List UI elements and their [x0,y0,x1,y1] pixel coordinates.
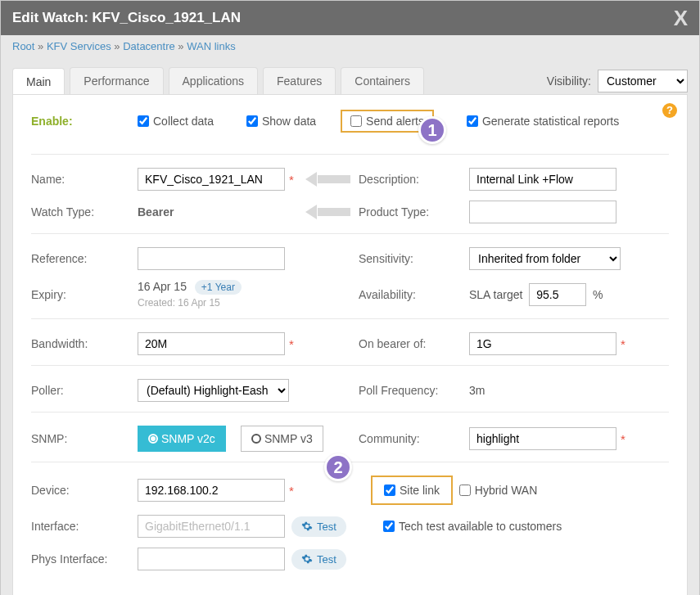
cb-collect[interactable]: Collect data [138,115,214,128]
cb-sitelink[interactable]: Site link [384,484,440,497]
comm-input[interactable] [469,427,616,450]
pfreq-value: 3m [469,384,485,397]
phys-label: Phys Interface: [31,552,138,566]
close-icon[interactable]: X [674,7,688,29]
plus-year-button[interactable]: +1 Year [195,280,242,295]
phys-input[interactable] [138,548,285,570]
highlight-sitelink: Site link [371,476,453,505]
crumb-root[interactable]: Root [12,40,34,52]
step-badge-2: 2 [324,453,352,481]
device-label: Device: [31,484,138,497]
snmp-v3-button[interactable]: SNMP v3 [241,426,323,452]
snmp-label: SNMP: [31,432,138,445]
pct-label: % [593,288,603,301]
tab-perf[interactable]: Performance [70,67,163,94]
tab-main[interactable]: Main [12,68,65,95]
cb-hybrid[interactable]: Hybrid WAN [459,484,538,497]
crumb-l1[interactable]: KFV Services [47,40,111,52]
device-input[interactable] [138,479,285,502]
expiry-value: 16 Apr 15 [138,280,187,293]
sla-label: SLA target [469,288,522,301]
help-icon[interactable]: ? [662,103,677,118]
wtype-value: Bearer [138,205,174,219]
tab-list: Main Performance Applications Features C… [12,67,424,94]
ref-label: Reference: [31,252,138,265]
iface-label: Interface: [31,520,138,533]
snmp-v2c-button[interactable]: SNMP v2c [138,426,226,452]
poller-select[interactable]: (Default) Highlight-Eash [138,379,289,402]
tab-cont[interactable]: Containers [341,67,424,94]
cb-show[interactable]: Show data [246,115,316,128]
sens-label: Sensitivity: [359,252,469,265]
crumb-l2[interactable]: Datacentre [123,40,175,52]
created-text: Created: 16 Apr 15 [138,297,359,309]
bearer-input[interactable] [469,332,616,355]
title-bar: Edit Watch: KFV_Cisco_1921_LAN X [1,1,699,35]
avail-label: Availability: [359,288,469,301]
desc-input[interactable] [469,168,616,191]
window-title: Edit Watch: KFV_Cisco_1921_LAN [12,10,241,26]
ref-input[interactable] [138,247,285,270]
cb-alerts[interactable]: Send alerts [350,115,424,128]
name-input[interactable] [138,168,285,191]
gear-icon [301,521,313,532]
wtype-label: Watch Type: [31,205,138,219]
sens-select[interactable]: Inherited from folder [469,247,621,270]
tab-apps[interactable]: Applications [169,67,259,94]
gear-icon [301,553,313,565]
req-marker: * [289,173,294,187]
test-iface-button[interactable]: Test [291,516,346,537]
arrow-icon [305,172,350,187]
bearer-label: On bearer of: [359,337,469,350]
arrow-icon [305,205,350,219]
pfreq-label: Poll Frequency: [359,384,469,397]
step-badge-1: 1 [418,116,446,144]
ptype-input[interactable] [469,201,616,223]
tab-feat[interactable]: Features [263,67,336,94]
breadcrumb: Root » KFV Services » Datacentre » WAN l… [1,35,699,57]
sla-input[interactable] [529,283,586,306]
crumb-l3[interactable]: WAN links [187,40,235,52]
iface-input[interactable] [138,515,285,538]
comm-label: Community: [359,432,469,445]
expiry-label: Expiry: [31,288,138,301]
bw-label: Bandwidth: [31,337,138,350]
name-label: Name: [31,173,138,186]
visibility-label: Visibility: [547,74,591,88]
desc-label: Description: [359,173,469,186]
visibility-select[interactable]: Customer [598,70,688,92]
poller-label: Poller: [31,384,138,397]
bw-input[interactable] [138,332,285,355]
cb-tech[interactable]: Tech test available to customers [383,520,562,533]
cb-stats[interactable]: Generate statistical reports [467,115,619,128]
ptype-label: Product Type: [359,205,469,219]
enable-label: Enable: [31,115,138,128]
test-phys-button[interactable]: Test [291,549,346,570]
